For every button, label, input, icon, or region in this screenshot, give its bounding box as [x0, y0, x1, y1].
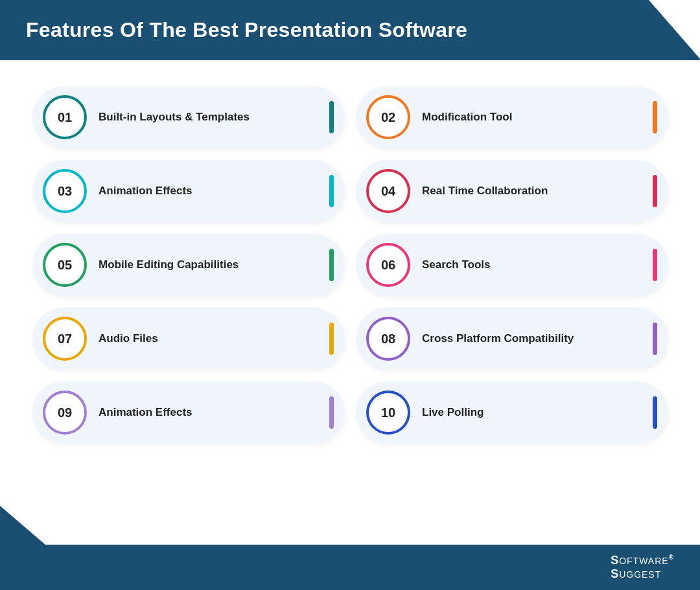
feature-card-09: 09 Animation Effects — [32, 381, 344, 444]
circle-badge-07: 07 — [43, 317, 87, 361]
feature-label-10: Live Polling — [422, 405, 644, 420]
circle-badge-03: 03 — [43, 169, 87, 213]
feature-label-06: Search Tools — [422, 258, 644, 273]
accent-bar-02 — [653, 101, 657, 133]
feature-label-01: Built-in Layouts & Templates — [99, 110, 320, 125]
accent-bar-04 — [653, 175, 657, 207]
feature-card-01: 01 Built-in Layouts & Templates — [32, 86, 344, 148]
feature-number-07: 07 — [58, 332, 72, 346]
feature-card-08: 08 Cross Platform Compatibility — [356, 308, 668, 370]
feature-number-10: 10 — [381, 405, 395, 420]
feature-number-02: 02 — [381, 110, 395, 125]
accent-bar-10 — [653, 396, 657, 429]
feature-card-02: 02 Modification Tool — [356, 86, 668, 148]
feature-number-08: 08 — [381, 332, 395, 346]
feature-card-05: 05 Mobile Editing Capabilities — [32, 234, 344, 296]
brand-name: Software®Suggest — [611, 554, 674, 580]
feature-label-07: Audio Files — [99, 332, 320, 346]
feature-number-09: 09 — [58, 405, 72, 420]
accent-bar-05 — [329, 249, 334, 281]
accent-bar-07 — [329, 323, 334, 355]
circle-badge-10: 10 — [366, 391, 410, 435]
circle-badge-09: 09 — [43, 391, 87, 435]
circle-badge-08: 08 — [366, 317, 410, 361]
feature-card-06: 06 Search Tools — [356, 234, 668, 296]
accent-bar-08 — [653, 323, 657, 355]
page-wrapper: Features Of The Best Presentation Softwa… — [0, 0, 700, 590]
feature-card-10: 10 Live Polling — [356, 381, 668, 444]
circle-badge-01: 01 — [43, 95, 87, 139]
feature-label-08: Cross Platform Compatibility — [422, 332, 644, 346]
feature-number-04: 04 — [381, 184, 395, 199]
accent-bar-03 — [329, 175, 334, 207]
feature-number-01: 01 — [58, 110, 72, 125]
accent-bar-06 — [653, 249, 657, 281]
feature-label-09: Animation Effects — [99, 405, 320, 420]
header: Features Of The Best Presentation Softwa… — [0, 0, 700, 60]
feature-label-05: Mobile Editing Capabilities — [99, 258, 320, 273]
circle-badge-05: 05 — [43, 243, 87, 287]
feature-label-03: Animation Effects — [99, 184, 320, 199]
brand-logo: Software®Suggest — [611, 554, 674, 581]
corner-decoration-bl — [0, 506, 45, 545]
feature-label-02: Modification Tool — [422, 110, 644, 125]
circle-badge-06: 06 — [366, 243, 410, 287]
feature-card-04: 04 Real Time Collaboration — [356, 160, 668, 222]
feature-card-07: 07 Audio Files — [32, 308, 344, 370]
features-grid: 01 Built-in Layouts & Templates 02 Modif… — [0, 67, 700, 457]
feature-card-03: 03 Animation Effects — [32, 160, 344, 222]
feature-number-05: 05 — [58, 258, 72, 273]
accent-bar-01 — [329, 101, 334, 133]
feature-number-03: 03 — [58, 184, 72, 199]
page-title: Features Of The Best Presentation Softwa… — [26, 18, 674, 42]
feature-number-06: 06 — [381, 258, 395, 273]
circle-badge-04: 04 — [366, 169, 410, 213]
footer: Software®Suggest — [0, 545, 700, 590]
feature-label-04: Real Time Collaboration — [422, 184, 644, 199]
circle-badge-02: 02 — [366, 95, 410, 139]
accent-bar-09 — [329, 396, 334, 429]
